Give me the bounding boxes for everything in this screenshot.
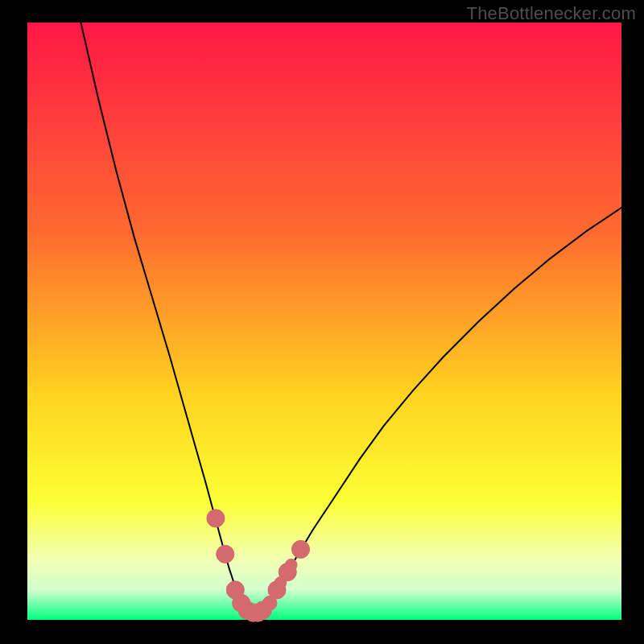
curve-marker	[291, 540, 309, 558]
curve-marker	[285, 559, 297, 571]
curve-marker	[207, 510, 225, 527]
curve-marker	[217, 545, 234, 563]
attribution-text: TheBottlenecker.com	[467, 3, 636, 24]
plot-background	[27, 23, 621, 620]
bottleneck-chart	[0, 0, 644, 644]
chart-frame: { "attribution": "TheBottlenecker.com", …	[0, 0, 644, 644]
